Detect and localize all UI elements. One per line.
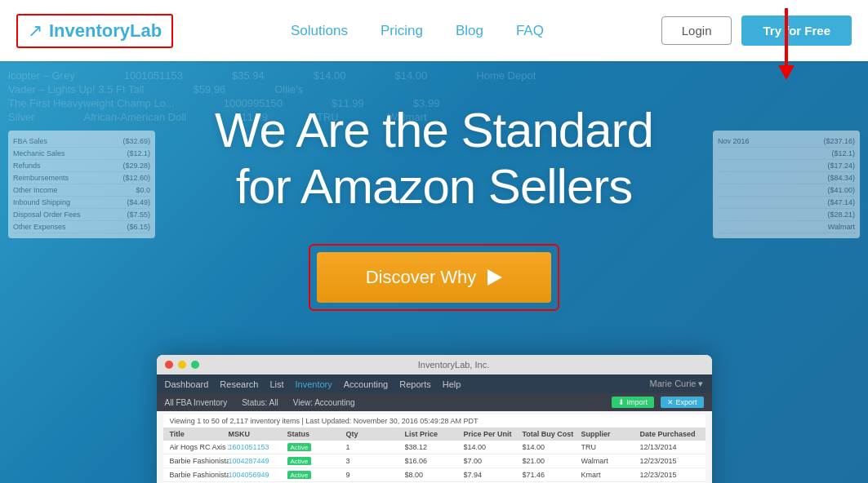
col-supplier: Supplier bbox=[581, 430, 640, 438]
col-total-buy: Total Buy Cost bbox=[523, 430, 581, 438]
status-badge: Active bbox=[287, 457, 312, 465]
logo-suffix: Lab bbox=[130, 20, 162, 41]
row-price-per-unit: $7.94 bbox=[464, 471, 523, 479]
discover-label: Discover Why bbox=[366, 267, 477, 288]
row-qty: 1 bbox=[346, 443, 405, 451]
app-nav-research[interactable]: Research bbox=[220, 379, 258, 389]
app-nav-list[interactable]: List bbox=[269, 379, 283, 389]
nav-blog[interactable]: Blog bbox=[456, 23, 483, 39]
viewing-text: Viewing 1 to 50 of 2,117 inventory items… bbox=[170, 417, 479, 425]
col-status: Status bbox=[287, 430, 346, 438]
row-title: Air Hogs RC Axis 200 R/C Helicopter - Gr… bbox=[170, 443, 229, 451]
row-list-price: $16.06 bbox=[405, 457, 464, 465]
row-price-per-unit: $14.00 bbox=[464, 443, 523, 451]
row-total-buy: $21.00 bbox=[523, 457, 581, 465]
app-status-bar: Viewing 1 to 50 of 2,117 inventory items… bbox=[163, 414, 706, 428]
col-msku: MSKU bbox=[229, 430, 287, 438]
hero-section: icopter – Grey1001051153$35.94$14.00$14.… bbox=[0, 61, 868, 483]
col-title: Title bbox=[170, 430, 229, 438]
row-msku: 1004287449 bbox=[229, 457, 287, 465]
row-status: Active bbox=[287, 457, 346, 465]
app-nav-reports[interactable]: Reports bbox=[399, 379, 431, 389]
app-nav-help[interactable]: Help bbox=[443, 379, 461, 389]
row-supplier: TRU bbox=[581, 443, 640, 451]
row-msku: 1004056949 bbox=[229, 471, 287, 479]
nav-faq[interactable]: FAQ bbox=[516, 23, 544, 39]
logo-brand: Inventory bbox=[49, 20, 130, 41]
row-date: 12/23/2015 bbox=[640, 457, 699, 465]
status-badge: Active bbox=[287, 443, 312, 451]
headline-line2: for Amazon Sellers bbox=[236, 159, 633, 214]
row-msku: 1601051153 bbox=[229, 443, 287, 451]
headline-line1: We Are the Standard bbox=[215, 103, 653, 157]
row-title: Barbie Fashionistas Doll 20 Fancy Flower… bbox=[170, 471, 229, 479]
row-date: 12/23/2015 bbox=[640, 471, 699, 479]
dot-close[interactable] bbox=[165, 361, 173, 369]
row-date: 12/13/2014 bbox=[640, 443, 699, 451]
app-nav: Dashboard Research List Inventory Accoun… bbox=[157, 374, 712, 393]
toolbar-status: Status: All bbox=[242, 398, 278, 407]
row-qty: 3 bbox=[346, 457, 405, 465]
table-row: Barbie Fashionistas Doll - Silver Stars … bbox=[163, 454, 706, 468]
row-price-per-unit: $7.00 bbox=[464, 457, 523, 465]
nav-solutions[interactable]: Solutions bbox=[291, 23, 348, 39]
app-nav-username: Marie Curie ▾ bbox=[650, 379, 704, 389]
app-content: Viewing 1 to 50 of 2,117 inventory items… bbox=[157, 411, 712, 483]
row-list-price: $8.00 bbox=[405, 471, 464, 479]
nav-actions: Login Try for Free bbox=[661, 16, 852, 46]
row-status: Active bbox=[287, 471, 346, 479]
row-total-buy: $71.46 bbox=[523, 471, 581, 479]
toolbar-export[interactable]: ✕ Export bbox=[661, 397, 704, 408]
dot-minimize[interactable] bbox=[178, 361, 186, 369]
try-button[interactable]: Try for Free bbox=[741, 16, 852, 46]
nav-links: Solutions Pricing Blog FAQ bbox=[291, 23, 544, 39]
app-preview: InventoryLab, Inc. Dashboard Research Li… bbox=[157, 355, 712, 483]
logo[interactable]: ↗ InventoryLab bbox=[16, 14, 173, 48]
login-button[interactable]: Login bbox=[661, 16, 732, 45]
col-list-price: List Price bbox=[405, 430, 464, 438]
col-price-per-unit: Price Per Unit bbox=[464, 430, 523, 438]
col-date: Date Purchased bbox=[640, 430, 699, 438]
table-row: Barbie Fashionistas Doll 20 Fancy Flower… bbox=[163, 468, 706, 482]
row-qty: 9 bbox=[346, 471, 405, 479]
app-toolbar: All FBA Inventory Status: All View: Acco… bbox=[157, 393, 712, 411]
cta-wrapper: Discover Why bbox=[309, 244, 560, 311]
row-status: Active bbox=[287, 443, 346, 451]
navbar: ↗ InventoryLab Solutions Pricing Blog FA… bbox=[0, 0, 868, 61]
toolbar-import[interactable]: ⬇ Import bbox=[612, 397, 654, 408]
toolbar-view: View: Accounting bbox=[293, 398, 355, 407]
hero-headline: We Are the Standard for Amazon Sellers bbox=[215, 102, 653, 215]
row-list-price: $38.12 bbox=[405, 443, 464, 451]
table-row: Air Hogs RC Axis 200 R/C Helicopter - Gr… bbox=[163, 441, 706, 454]
app-nav-accounting[interactable]: Accounting bbox=[344, 379, 388, 389]
logo-text: InventoryLab bbox=[49, 20, 162, 42]
discover-button[interactable]: Discover Why bbox=[317, 252, 552, 303]
dot-maximize[interactable] bbox=[191, 361, 199, 369]
app-table-header: Title MSKU Status Qty List Price Price P… bbox=[163, 428, 706, 441]
row-total-buy: $14.00 bbox=[523, 443, 581, 451]
play-icon bbox=[487, 269, 502, 286]
app-titlebar: InventoryLab, Inc. bbox=[157, 355, 712, 374]
col-qty: Qty bbox=[346, 430, 405, 438]
app-titlebar-text: InventoryLab, Inc. bbox=[204, 360, 704, 370]
app-window: InventoryLab, Inc. Dashboard Research Li… bbox=[157, 355, 712, 483]
app-nav-inventory[interactable]: Inventory bbox=[296, 379, 332, 389]
app-nav-dashboard[interactable]: Dashboard bbox=[165, 379, 209, 389]
hero-content: We Are the Standard for Amazon Sellers D… bbox=[0, 102, 868, 311]
row-title: Barbie Fashionistas Doll - Silver Stars bbox=[170, 457, 229, 465]
toolbar-inventory-label: All FBA Inventory bbox=[165, 398, 228, 407]
nav-pricing[interactable]: Pricing bbox=[381, 23, 423, 39]
row-supplier: Kmart bbox=[581, 471, 640, 479]
logo-icon: ↗ bbox=[28, 20, 42, 42]
row-supplier: Walmart bbox=[581, 457, 640, 465]
status-badge: Active bbox=[287, 471, 312, 479]
